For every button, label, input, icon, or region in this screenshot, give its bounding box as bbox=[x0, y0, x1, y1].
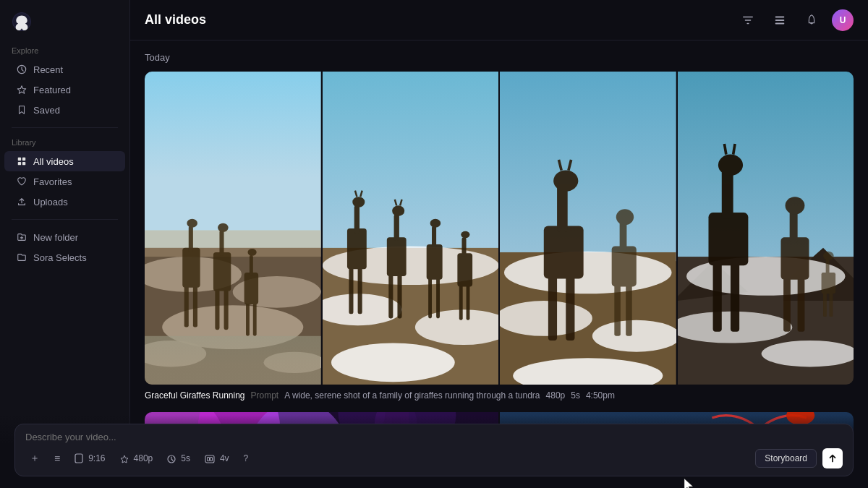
sidebar-all-videos-label: All videos bbox=[33, 156, 74, 167]
svg-rect-50 bbox=[393, 215, 399, 241]
header-actions: U bbox=[736, 9, 854, 32]
clock-icon bbox=[16, 64, 27, 75]
list-button[interactable] bbox=[768, 9, 791, 32]
sidebar-item-featured[interactable]: Featured bbox=[4, 80, 125, 100]
input-bar: ＋ ≡ 9:16 bbox=[130, 424, 854, 476]
svg-rect-6 bbox=[775, 16, 785, 17]
video-thumb-1[interactable] bbox=[145, 72, 321, 385]
svg-rect-23 bbox=[215, 288, 219, 330]
avatar[interactable]: U bbox=[832, 9, 854, 31]
svg-point-67 bbox=[500, 301, 592, 336]
video-grid-primary bbox=[145, 72, 854, 385]
svg-point-44 bbox=[352, 197, 365, 207]
svg-rect-5 bbox=[22, 162, 25, 165]
logo[interactable] bbox=[0, 9, 129, 43]
video-meta: Graceful Giraffes Running Prompt A wide,… bbox=[145, 390, 854, 401]
views-value: 4v bbox=[220, 453, 229, 463]
svg-rect-73 bbox=[557, 187, 568, 232]
star-icon bbox=[16, 84, 27, 95]
svg-rect-43 bbox=[354, 205, 359, 234]
svg-rect-71 bbox=[566, 274, 574, 340]
header: All videos U bbox=[130, 0, 868, 40]
video-thumb-3[interactable] bbox=[500, 72, 676, 385]
grid-icon bbox=[16, 155, 27, 167]
svg-rect-47 bbox=[388, 273, 393, 318]
sidebar-item-uploads[interactable]: Uploads bbox=[4, 192, 125, 212]
svg-rect-77 bbox=[614, 283, 621, 336]
svg-rect-24 bbox=[224, 288, 229, 330]
svg-rect-103 bbox=[821, 273, 835, 294]
svg-rect-33 bbox=[145, 336, 321, 385]
svg-point-74 bbox=[553, 171, 578, 192]
svg-point-51 bbox=[392, 205, 404, 216]
svg-rect-9 bbox=[145, 72, 321, 248]
duration-value: 5s bbox=[181, 453, 190, 463]
input-bar-container: ＋ ≡ 9:16 bbox=[130, 415, 868, 488]
video-thumb-4[interactable] bbox=[678, 72, 854, 385]
duration-button[interactable]: 5s bbox=[163, 451, 195, 466]
svg-rect-19 bbox=[193, 283, 197, 328]
prompt-label: Prompt bbox=[251, 390, 279, 401]
svg-point-63 bbox=[461, 231, 469, 239]
sidebar-item-favorites[interactable]: Favorites bbox=[4, 171, 125, 192]
svg-point-66 bbox=[504, 252, 672, 294]
main-content: All videos U Today bbox=[130, 0, 868, 488]
svg-rect-2 bbox=[18, 158, 21, 160]
sidebar-item-saved[interactable]: Saved bbox=[4, 100, 125, 120]
submit-button[interactable] bbox=[822, 448, 843, 468]
sidebar-item-all-videos[interactable]: All videos bbox=[4, 151, 125, 171]
svg-point-81 bbox=[616, 209, 634, 225]
video-thumb-2[interactable] bbox=[323, 72, 499, 385]
svg-rect-89 bbox=[712, 261, 721, 332]
svg-rect-70 bbox=[548, 274, 557, 340]
svg-rect-30 bbox=[244, 273, 259, 304]
upload-icon bbox=[16, 196, 27, 207]
svg-rect-54 bbox=[428, 276, 432, 319]
svg-rect-28 bbox=[246, 301, 250, 336]
sidebar-item-recent[interactable]: Recent bbox=[4, 59, 125, 80]
svg-line-95 bbox=[733, 144, 734, 155]
storyboard-button[interactable]: Storyboard bbox=[755, 449, 817, 468]
svg-rect-40 bbox=[349, 265, 353, 314]
sidebar-item-new-folder[interactable]: New folder bbox=[4, 227, 125, 247]
svg-rect-7 bbox=[775, 20, 785, 21]
today-label: Today bbox=[145, 52, 854, 63]
svg-rect-78 bbox=[626, 283, 632, 336]
heart-icon bbox=[16, 176, 27, 187]
views-button[interactable]: 4v bbox=[200, 451, 234, 466]
svg-rect-26 bbox=[219, 230, 224, 255]
filter-button[interactable] bbox=[736, 9, 760, 32]
svg-point-88 bbox=[761, 341, 854, 367]
sidebar-new-folder-label: New folder bbox=[33, 232, 78, 243]
views-icon bbox=[205, 453, 217, 463]
svg-rect-99 bbox=[789, 211, 797, 243]
quality-icon bbox=[130, 453, 131, 463]
sidebar-favorites-label: Favorites bbox=[33, 176, 72, 187]
svg-rect-56 bbox=[426, 244, 442, 280]
folder-icon bbox=[16, 252, 27, 263]
help-button[interactable]: ? bbox=[239, 451, 253, 466]
svg-rect-62 bbox=[461, 237, 466, 257]
svg-rect-29 bbox=[253, 301, 257, 336]
svg-rect-49 bbox=[386, 237, 406, 276]
openai-logo-icon bbox=[12, 12, 32, 32]
bookmark-icon bbox=[16, 104, 27, 116]
quality-button[interactable]: 480p bbox=[130, 451, 157, 466]
help-icon: ? bbox=[244, 453, 249, 463]
svg-point-100 bbox=[785, 197, 804, 214]
svg-rect-92 bbox=[721, 171, 733, 219]
explore-section-label: Explore bbox=[0, 43, 129, 59]
svg-point-93 bbox=[718, 155, 742, 176]
svg-rect-20 bbox=[182, 248, 200, 288]
svg-rect-41 bbox=[357, 265, 362, 314]
svg-rect-102 bbox=[829, 290, 833, 317]
video-prompt-input[interactable] bbox=[130, 432, 843, 442]
quality-value: 480p bbox=[134, 453, 153, 463]
svg-point-32 bbox=[247, 249, 256, 256]
bell-button[interactable] bbox=[800, 9, 823, 32]
sidebar-item-sora-selects[interactable]: Sora Selects bbox=[4, 247, 125, 267]
svg-rect-64 bbox=[500, 72, 676, 261]
svg-rect-79 bbox=[612, 246, 637, 286]
sidebar-recent-label: Recent bbox=[33, 64, 63, 75]
svg-rect-25 bbox=[213, 252, 231, 291]
